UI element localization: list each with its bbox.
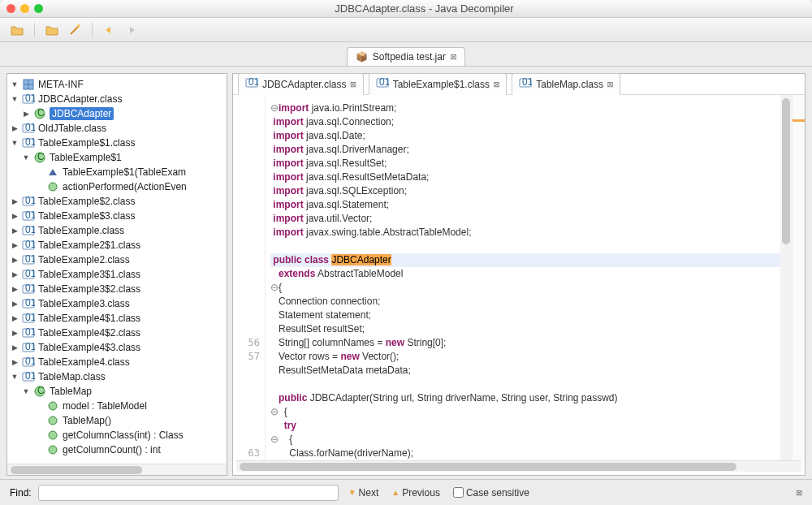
svg-text:010: 010 xyxy=(25,283,35,294)
expand-arrow-icon[interactable]: ▶ xyxy=(11,197,19,205)
jar-tab[interactable]: 📦 Softpedia test.jar ⊠ xyxy=(347,47,465,66)
expand-arrow-icon[interactable]: ▶ xyxy=(11,227,19,235)
close-editor-tab-button[interactable]: ⊠ xyxy=(607,79,613,90)
tree-item[interactable]: ▶010TableExample3$2.class xyxy=(7,282,227,296)
expand-arrow-icon[interactable]: ▼ xyxy=(11,139,19,147)
tree-item[interactable]: ▶010TableExample4$3.class xyxy=(7,340,227,355)
tree-item[interactable]: ▶010TableExample3$1.class xyxy=(7,267,227,282)
tree-item[interactable]: ▶010OldJTable.class xyxy=(7,121,227,136)
find-bar: Find: ▼Next ▲Previous Case sensitive ⊠ xyxy=(0,479,812,505)
tree-item-label: TableExample.class xyxy=(38,225,124,236)
work-area: ▼META-INF▼010JDBCAdapter.class▶CJDBCAdap… xyxy=(0,67,812,479)
editor-tab[interactable]: 010JDBCAdapter.class⊠ xyxy=(238,73,364,95)
case-sensitive-toggle[interactable]: Case sensitive xyxy=(450,486,533,500)
jar-icon: 📦 xyxy=(356,51,368,63)
expand-arrow-icon[interactable]: ▶ xyxy=(11,270,19,278)
open-file-button[interactable] xyxy=(8,21,26,39)
expand-arrow-icon[interactable]: ▶ xyxy=(11,285,19,293)
source-code-view[interactable]: ⊖import java.io.PrintStream; import java… xyxy=(266,95,780,460)
tree-item[interactable]: ▼CTableExample$1 xyxy=(7,150,227,165)
tree-item[interactable]: TableExample$1(TableExam xyxy=(7,165,227,179)
tree-item-label: JDBCAdapter xyxy=(50,107,114,120)
find-next-button[interactable]: ▼Next xyxy=(345,486,382,500)
type-icon: C xyxy=(33,385,46,398)
tree-item[interactable]: ▼010TableExample$1.class xyxy=(7,136,227,150)
svg-text:010: 010 xyxy=(25,326,35,338)
find-previous-button[interactable]: ▲Previous xyxy=(388,486,443,500)
close-find-button[interactable]: ⊠ xyxy=(797,487,802,499)
package-tree[interactable]: ▼META-INF▼010JDBCAdapter.class▶CJDBCAdap… xyxy=(7,74,227,464)
tree-item-label: JDBCAdapter.class xyxy=(38,93,122,105)
tree-item[interactable]: ▼CTableMap xyxy=(7,384,227,399)
expand-arrow-icon[interactable]: ▼ xyxy=(22,387,30,395)
expand-arrow-icon[interactable]: ▼ xyxy=(11,80,19,88)
tree-item[interactable]: ▶010TableExample.class xyxy=(7,223,227,238)
minimize-window-button[interactable] xyxy=(20,4,29,13)
toolbar xyxy=(0,18,812,42)
expand-arrow-icon[interactable]: ▶ xyxy=(11,358,19,366)
expand-arrow-icon[interactable]: ▶ xyxy=(11,329,19,337)
expand-arrow-icon[interactable]: ▼ xyxy=(11,373,19,381)
close-editor-tab-button[interactable]: ⊠ xyxy=(350,79,356,90)
package-explorer: ▼META-INF▼010JDBCAdapter.class▶CJDBCAdap… xyxy=(6,73,227,476)
class-icon: 010 xyxy=(22,136,35,149)
class-icon: 010 xyxy=(22,195,35,208)
svg-text:010: 010 xyxy=(25,297,35,309)
tree-item[interactable]: model : TableModel xyxy=(7,399,227,413)
nav-back-button[interactable] xyxy=(101,21,119,39)
close-jar-tab-button[interactable]: ⊠ xyxy=(451,51,456,63)
tree-item[interactable]: ▶010TableExample$2.class xyxy=(7,194,227,209)
tree-item[interactable]: ▼010TableMap.class xyxy=(7,369,227,384)
type-icon: C xyxy=(33,151,46,164)
overview-ruler[interactable] xyxy=(792,95,805,460)
expand-arrow-icon[interactable]: ▼ xyxy=(11,95,19,103)
close-window-button[interactable] xyxy=(6,4,15,13)
tree-item-label: TableExample3$2.class xyxy=(38,283,140,295)
tree-item-label: getColumnClass(int) : Class xyxy=(63,429,184,441)
tree-item[interactable]: ▶010TableExample2$1.class xyxy=(7,238,227,252)
svg-text:010: 010 xyxy=(25,209,35,221)
tree-item[interactable]: ▶010TableExample4$2.class xyxy=(7,326,227,340)
expand-arrow-icon[interactable]: ▶ xyxy=(11,124,19,132)
find-input[interactable] xyxy=(38,485,339,501)
save-button[interactable] xyxy=(43,21,61,39)
expand-arrow-icon[interactable]: ▶ xyxy=(11,300,19,308)
expand-arrow-icon[interactable]: ▶ xyxy=(11,314,19,322)
tree-item[interactable]: ▼010JDBCAdapter.class xyxy=(7,92,227,106)
tree-item[interactable]: ▶CJDBCAdapter xyxy=(7,106,227,121)
tree-item[interactable]: ▶010TableExample$3.class xyxy=(7,209,227,223)
tree-item[interactable]: TableMap() xyxy=(7,413,227,428)
svg-text:C: C xyxy=(37,385,45,396)
tree-item[interactable]: getColumnClass(int) : Class xyxy=(7,428,227,442)
nav-forward-button[interactable] xyxy=(123,21,141,39)
tree-item[interactable]: ▼META-INF xyxy=(7,77,227,92)
expand-arrow-icon[interactable]: ▶ xyxy=(22,110,30,118)
tree-item[interactable]: ▶010TableExample2.class xyxy=(7,252,227,267)
expand-arrow-icon[interactable]: ▶ xyxy=(11,241,19,249)
expand-arrow-icon[interactable]: ▼ xyxy=(22,153,30,162)
case-sensitive-checkbox[interactable] xyxy=(453,487,464,498)
tree-item[interactable]: ▶010TableExample4.class xyxy=(7,355,227,369)
tree-horizontal-scrollbar[interactable] xyxy=(7,464,227,475)
tree-item-label: actionPerformed(ActionEven xyxy=(63,181,187,192)
editor-tab[interactable]: 010TableMap.class⊠ xyxy=(512,73,620,95)
editor-horizontal-scrollbar[interactable] xyxy=(236,460,801,472)
tree-item-label: TableExample$2.class xyxy=(38,196,135,207)
expand-arrow-icon[interactable]: ▶ xyxy=(11,343,19,352)
svg-text:010: 010 xyxy=(25,253,35,265)
expand-arrow-icon[interactable]: ▶ xyxy=(11,256,19,264)
class-icon: 010 xyxy=(22,326,35,339)
wand-button[interactable] xyxy=(66,21,84,39)
class-icon: 010 xyxy=(22,297,35,310)
expand-arrow-icon[interactable]: ▶ xyxy=(11,212,19,220)
tree-item[interactable]: getColumnCount() : int xyxy=(7,442,227,457)
close-editor-tab-button[interactable]: ⊠ xyxy=(494,79,499,90)
zoom-window-button[interactable] xyxy=(34,4,43,13)
tree-item[interactable]: ▶010TableExample3.class xyxy=(7,296,227,311)
editor-tab[interactable]: 010TableExample$1.class⊠ xyxy=(369,73,508,95)
tree-item-label: TableExample2.class xyxy=(38,254,130,265)
tree-item[interactable]: actionPerformed(ActionEven xyxy=(7,179,227,194)
class-icon: 010 xyxy=(22,209,35,222)
editor-vertical-scrollbar[interactable] xyxy=(780,95,792,460)
tree-item[interactable]: ▶010TableExample4$1.class xyxy=(7,311,227,326)
